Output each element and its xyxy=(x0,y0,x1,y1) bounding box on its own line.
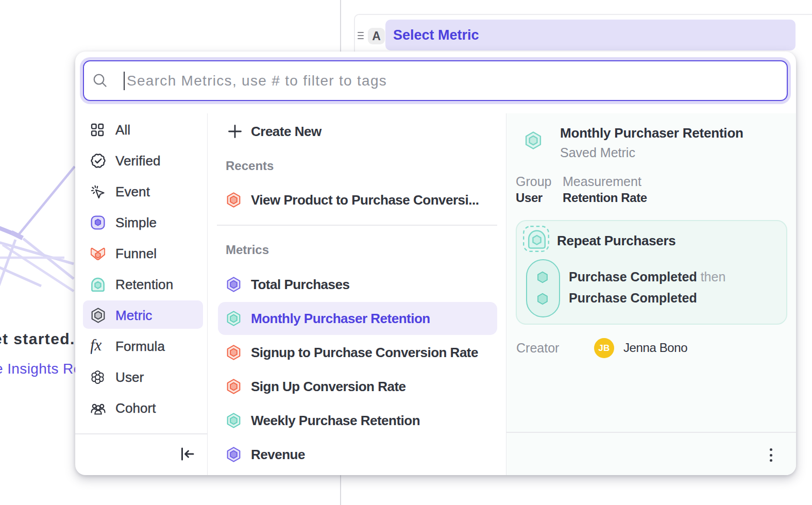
svg-text:fx: fx xyxy=(91,339,102,354)
